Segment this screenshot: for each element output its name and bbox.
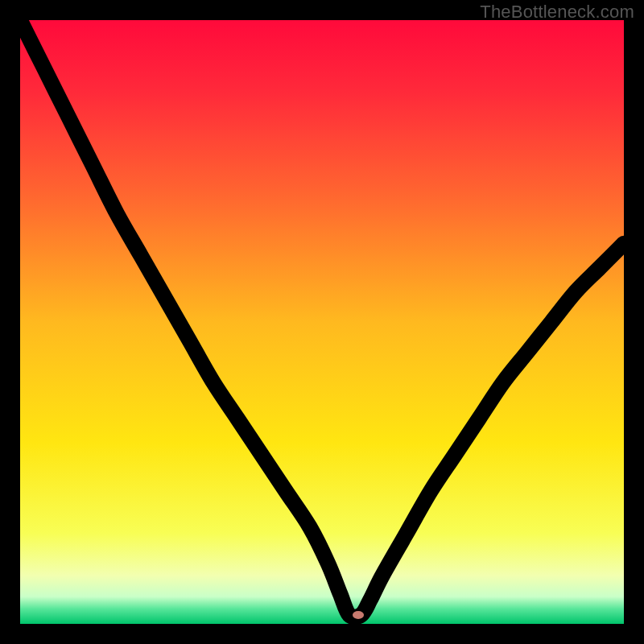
bottleneck-curve <box>20 20 624 624</box>
watermark-text: TheBottleneck.com <box>480 2 634 23</box>
optimum-marker <box>353 611 364 619</box>
plot-area <box>20 20 624 624</box>
chart-frame: TheBottleneck.com <box>0 0 644 644</box>
